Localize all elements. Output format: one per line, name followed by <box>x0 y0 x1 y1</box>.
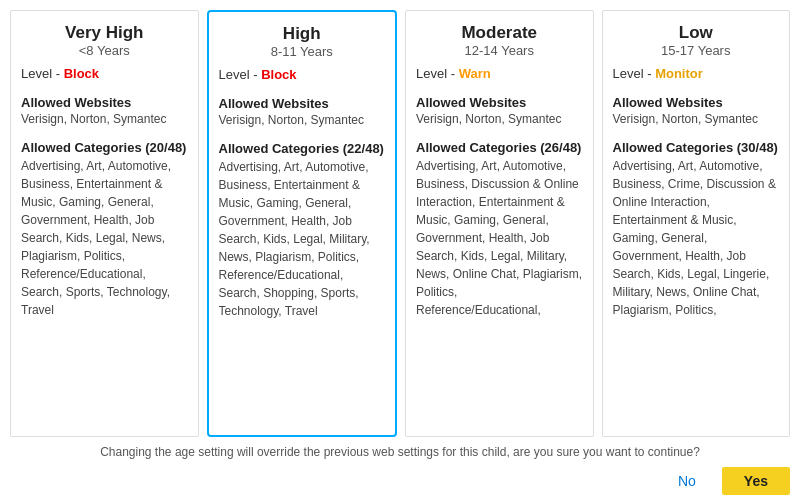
allowed-categories-body-very-high: Advertising, Art, Automotive, Business, … <box>21 157 188 424</box>
card-title-high: High <box>219 24 386 44</box>
allowed-websites-title-moderate: Allowed Websites <box>416 95 583 110</box>
button-row: No Yes <box>10 467 790 495</box>
allowed-categories-title-low: Allowed Categories (30/48) <box>613 140 780 155</box>
allowed-categories-title-moderate: Allowed Categories (26/48) <box>416 140 583 155</box>
card-subtitle-high: 8-11 Years <box>219 44 386 59</box>
footer: Changing the age setting will override t… <box>0 437 800 503</box>
allowed-websites-title-high: Allowed Websites <box>219 96 386 111</box>
cards-row: Very High <8 Years Level - Block Allowed… <box>10 10 790 437</box>
allowed-categories-body-moderate[interactable]: Advertising, Art, Automotive, Business, … <box>416 157 583 317</box>
card-subtitle-very-high: <8 Years <box>21 43 188 58</box>
yes-button[interactable]: Yes <box>722 467 790 495</box>
allowed-websites-body-very-high: Verisign, Norton, Symantec <box>21 112 188 126</box>
allowed-categories-title-very-high: Allowed Categories (20/48) <box>21 140 188 155</box>
allowed-categories-body-high: Advertising, Art, Automotive, Business, … <box>219 158 386 423</box>
allowed-websites-body-low: Verisign, Norton, Symantec <box>613 112 780 126</box>
level-value-low: Monitor <box>655 66 703 81</box>
level-value-very-high: Block <box>64 66 99 81</box>
card-very-high[interactable]: Very High <8 Years Level - Block Allowed… <box>10 10 199 437</box>
level-value-moderate: Warn <box>459 66 491 81</box>
card-title-low: Low <box>613 23 780 43</box>
allowed-websites-title-low: Allowed Websites <box>613 95 780 110</box>
card-subtitle-low: 15-17 Years <box>613 43 780 58</box>
card-low[interactable]: Low 15-17 Years Level - Monitor Allowed … <box>602 10 791 437</box>
no-button[interactable]: No <box>660 467 714 495</box>
card-title-very-high: Very High <box>21 23 188 43</box>
warning-text: Changing the age setting will override t… <box>10 445 790 459</box>
card-title-moderate: Moderate <box>416 23 583 43</box>
level-value-high: Block <box>261 67 296 82</box>
allowed-categories-title-high: Allowed Categories (22/48) <box>219 141 386 156</box>
allowed-websites-title-very-high: Allowed Websites <box>21 95 188 110</box>
allowed-websites-body-high: Verisign, Norton, Symantec <box>219 113 386 127</box>
level-label-high: Level - Block <box>219 67 386 82</box>
main-content: Very High <8 Years Level - Block Allowed… <box>0 0 800 437</box>
card-high[interactable]: High 8-11 Years Level - Block Allowed We… <box>207 10 398 437</box>
level-label-low: Level - Monitor <box>613 66 780 81</box>
level-label-very-high: Level - Block <box>21 66 188 81</box>
level-label-moderate: Level - Warn <box>416 66 583 81</box>
card-subtitle-moderate: 12-14 Years <box>416 43 583 58</box>
allowed-categories-body-low[interactable]: Advertising, Art, Automotive, Business, … <box>613 157 780 317</box>
card-moderate[interactable]: Moderate 12-14 Years Level - Warn Allowe… <box>405 10 594 437</box>
allowed-websites-body-moderate: Verisign, Norton, Symantec <box>416 112 583 126</box>
